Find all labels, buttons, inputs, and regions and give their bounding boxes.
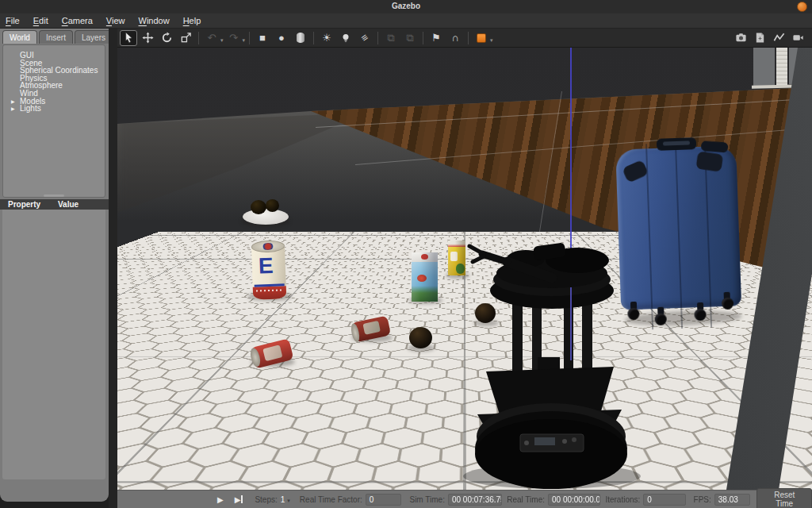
copy-icon: ⧉: [387, 33, 394, 43]
panel-viewport-splitter[interactable]: [109, 29, 117, 508]
plot-button[interactable]: [770, 30, 787, 46]
box-icon: ■: [259, 33, 266, 43]
building-editor-button[interactable]: [473, 30, 490, 46]
value-column-header: Value: [58, 200, 79, 209]
iterations-label: Iterations:: [605, 495, 640, 504]
turtlebot-robot-model[interactable]: [458, 238, 641, 490]
world-panel: World Insert Layers GUI Scene Spherical …: [0, 29, 109, 502]
insert-sphere-button[interactable]: ●: [273, 30, 290, 46]
cylinder-icon: [297, 33, 304, 43]
tab-world[interactable]: World: [2, 30, 37, 44]
tab-insert[interactable]: Insert: [39, 30, 73, 44]
steps-value[interactable]: 1: [281, 495, 285, 504]
notification-icon[interactable]: [797, 2, 807, 12]
toolbar-separator: [198, 32, 199, 44]
sim-time-value: 00 00:07:36.759: [448, 494, 502, 506]
tree-item-models[interactable]: ▶Models: [3, 98, 105, 106]
beverage-can-model[interactable]: E: [251, 240, 287, 299]
tree-item-wind[interactable]: Wind: [3, 90, 105, 98]
align-tool-button[interactable]: ⚑: [427, 30, 445, 46]
play-button[interactable]: ▶: [217, 495, 224, 504]
reset-time-button[interactable]: Reset Time: [756, 488, 812, 508]
toolbar-separator: [377, 32, 378, 44]
fps-label: FPS:: [694, 495, 711, 504]
camera-icon: [735, 32, 747, 44]
redo-button[interactable]: ↷: [225, 30, 243, 46]
carton-shading: [412, 252, 438, 302]
undo-icon: ↶: [208, 33, 216, 43]
screenshot-button[interactable]: [732, 30, 749, 46]
view-dropdown-icon[interactable]: ▾: [490, 37, 493, 44]
directional-light-button[interactable]: ≡: [356, 30, 373, 46]
toolbar-separator: [468, 32, 469, 44]
rotate-tool-button[interactable]: [158, 30, 175, 46]
plate-model[interactable]: [243, 209, 289, 225]
menu-window[interactable]: Window: [139, 16, 170, 25]
menu-help[interactable]: Help: [183, 16, 201, 25]
data-logger-button[interactable]: [751, 30, 768, 46]
rtf-value: 0: [366, 494, 402, 506]
log-file-icon: [754, 32, 766, 44]
translate-tool-button[interactable]: [139, 30, 156, 46]
corner-guard: [695, 151, 723, 171]
tab-layers[interactable]: Layers: [75, 30, 113, 44]
video-camera-icon: [792, 32, 804, 44]
undo-dropdown-icon[interactable]: ▾: [220, 37, 224, 44]
laser-beam: [570, 287, 572, 360]
toolbar-right-group: [731, 30, 812, 46]
food-model[interactable]: [266, 199, 279, 212]
step-button[interactable]: ▶: [235, 495, 243, 504]
scale-tool-button[interactable]: [177, 30, 194, 46]
expand-arrow-icon[interactable]: ▶: [11, 106, 15, 114]
select-tool-button[interactable]: [120, 30, 137, 46]
menu-view[interactable]: View: [106, 16, 125, 25]
undo-button[interactable]: ↶: [203, 30, 220, 46]
scale-icon: [180, 32, 192, 44]
copy-button[interactable]: ⧉: [382, 30, 400, 46]
paste-button[interactable]: ⧉: [401, 30, 419, 46]
point-light-icon: ☀: [322, 33, 331, 43]
tree-item-spherical-coordinates[interactable]: Spherical Coordinates: [3, 67, 105, 75]
property-table-body: [2, 210, 105, 479]
snap-tool-button[interactable]: ∩: [446, 30, 464, 46]
plot-icon: [773, 32, 785, 44]
brick-pillar: [776, 48, 787, 87]
tree-item-lights[interactable]: ▶Lights: [3, 105, 105, 113]
panel-tabs: World Insert Layers: [2, 30, 113, 44]
rotate-icon: [161, 32, 173, 44]
align-icon: ⚑: [431, 33, 441, 43]
main-toolbar: ↶ ▾ ↷ ▾ ■ ● ☀ ≡ ⧉ ⧉ ⚑ ∩ ▾: [117, 29, 812, 48]
menu-file[interactable]: File: [6, 16, 20, 25]
menu-edit[interactable]: Edit: [33, 16, 48, 25]
render-viewport[interactable]: E: [117, 48, 812, 490]
step-icon: ▶: [235, 495, 241, 504]
tree-item-gui[interactable]: GUI: [3, 52, 105, 60]
can-label: [262, 344, 282, 361]
insert-cylinder-button[interactable]: [292, 30, 309, 46]
steps-label: Steps:: [255, 495, 277, 504]
panel-splitter-handle[interactable]: [44, 194, 64, 197]
point-light-button[interactable]: ☀: [318, 30, 335, 46]
object-shadow: [624, 309, 742, 327]
redo-dropdown-icon[interactable]: ▾: [243, 37, 246, 44]
directional-light-icon: ≡: [359, 32, 370, 44]
property-column-header: Property: [8, 200, 40, 209]
spot-light-button[interactable]: [337, 30, 354, 46]
insert-box-button[interactable]: ■: [254, 30, 271, 46]
tree-item-label: Lights: [20, 104, 41, 113]
food-model[interactable]: [251, 200, 266, 214]
toolbar-separator: [313, 32, 314, 44]
magnet-icon: ∩: [451, 33, 458, 43]
juice-carton-model[interactable]: [412, 252, 438, 302]
paste-icon: ⧉: [406, 33, 413, 43]
can-band: [253, 286, 287, 299]
steps-spinner-icon[interactable]: ▾: [287, 498, 290, 504]
video-record-button[interactable]: [789, 30, 806, 46]
ball-model[interactable]: [409, 327, 432, 348]
window-pane: [753, 48, 775, 87]
toolbar-separator: [423, 32, 423, 44]
suitcase-handle: [657, 137, 696, 151]
tree-item-atmosphere[interactable]: Atmosphere: [3, 82, 105, 90]
status-bar: ▶ ▶ Steps: 1 ▾ Real Time Factor: 0 Sim T…: [117, 490, 812, 508]
menu-camera[interactable]: Camera: [62, 16, 93, 25]
